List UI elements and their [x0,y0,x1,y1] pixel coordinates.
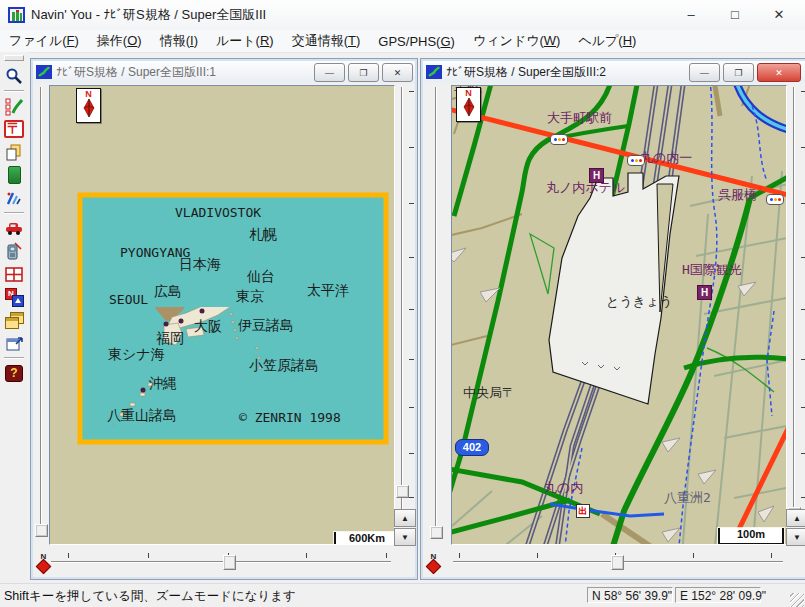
desktop: { "app": { "title": "Navin' You - ﾅﾋﾞ研S規… [0,0,805,607]
zoom-in-button[interactable]: ▲ [786,509,805,527]
window-controls: – □ ✕ [669,0,801,30]
menu-item[interactable]: ウィンドウ(W) [464,29,569,53]
app-icon [8,7,25,23]
zoom-out-button[interactable]: ▼ [394,528,416,546]
magnifier-icon [4,67,24,86]
help-button[interactable]: ? [2,362,26,384]
child-close-button[interactable]: ✕ [757,63,801,82]
zoom-out-button[interactable]: ▼ [786,528,805,546]
zoom-tool-button[interactable] [2,65,26,87]
child-minimize-button[interactable]: — [314,63,345,82]
map-document-icon [426,65,442,79]
map-label: © ZENRIN 1998 [239,411,341,424]
mobile-phone-button[interactable] [2,240,26,262]
map-label: 広島 [154,284,182,298]
zoom-slider-thumb[interactable] [396,485,409,498]
north-up-button[interactable]: N [2,286,26,308]
map-label: 呉服橋 [718,188,757,201]
tile-windows-button[interactable] [2,332,26,354]
map-label: 福岡 [156,331,184,345]
pan-slider-thumb[interactable] [223,555,236,570]
compass-indicator: N [76,88,101,123]
map1-viewport[interactable]: VLADIVOSTOKPYONGYANGSEOUL札幌日本海仙台太平洋広島東京大… [49,85,395,545]
pan-slider[interactable] [451,545,785,577]
map-window-1-title: ﾅﾋﾞ研S規格 / Super全国版III:1 [56,64,216,81]
tokyo-street-map [452,86,786,545]
post-office-button[interactable]: 〒 [2,118,26,140]
longitude-panel: E 152° 28' 09.9" [675,587,761,603]
rotation-slider[interactable] [423,83,449,543]
hotel-icon: H [589,168,604,183]
copy-pages-icon [4,143,24,162]
latitude-panel: N 58° 56' 39.9" [587,587,673,603]
map-window-1-body: N [33,83,415,577]
route-list-button[interactable] [2,95,26,117]
map-window-2-titlebar[interactable]: ﾅﾋﾞ研S規格 / Super全国版III:2 — ❐ ✕ [423,61,805,83]
copy-map-button[interactable] [2,141,26,163]
toolbar-grip[interactable] [4,55,24,61]
resize-grip[interactable] [790,593,804,607]
minimize-button[interactable]: – [669,0,713,28]
map-label: H国際観光 [682,263,742,276]
menu-item[interactable]: 交通情報(T) [283,29,370,53]
map-label: 大阪 [194,319,222,333]
car-position-button[interactable] [2,217,26,239]
maximize-button[interactable]: □ [713,0,757,28]
zoom-slider[interactable] [393,85,415,511]
zoom-slider[interactable] [785,85,805,511]
compass-n-label: N [465,89,472,98]
zoom-in-button[interactable]: ▲ [394,509,416,527]
child-close-button[interactable]: ✕ [382,63,413,82]
scale-change-button[interactable] [2,187,26,209]
rotation-slider-thumb[interactable] [430,526,443,539]
pan-slider[interactable] [49,545,393,577]
main-titlebar[interactable]: Navin' You - ﾅﾋﾞ研S規格 / Super全国版III – □ ✕ [0,0,805,30]
map-label: 日本海 [179,257,221,271]
map-label: 八重洲2 [664,491,711,504]
scale-indicator: 600Km [334,532,395,545]
menu-item[interactable]: ファイル(F) [0,29,88,53]
split-window-button[interactable] [2,263,26,285]
heading-up-icon [12,295,24,307]
map-label: 丸ノ内ホテル [546,181,625,194]
mobile-phone-icon [4,242,24,261]
map2-viewport[interactable]: 手町大手町駅前丸の内一呉服橋丸ノ内ホテルH国際観光とうきょう中央局〒丸の内八重洲… [451,85,787,545]
bookmark-button[interactable] [2,164,26,186]
map-label: VLADIVOSTOK [175,206,261,219]
traffic-light-icon [550,134,568,145]
rotation-slider[interactable] [33,83,48,543]
zoom-buttons: ▲ ▼ [394,509,414,547]
north-diamond-icon [426,558,442,574]
child-minimize-button[interactable]: — [689,63,720,82]
traffic-light-icon [766,194,784,205]
map-label: 東シナ海 [108,347,165,361]
statusbar: Shiftキーを押している間、ズームモードになります N 58° 56' 39.… [0,583,805,607]
map-label: とうきょう [606,295,673,308]
map-label: 沖縄 [149,376,177,390]
green-book-icon [8,166,21,184]
help-icon: ? [5,365,23,382]
rotation-slider-thumb[interactable] [35,524,48,537]
scale-change-icon [4,189,24,208]
child-restore-button[interactable]: ❐ [348,63,379,82]
map-window-2-body: N [423,83,805,577]
north-reset-button[interactable]: N [424,549,443,575]
status-message: Shiftキーを押している間、ズームモードになります [4,588,296,605]
japan-overview-map [50,86,394,544]
map-label: 札幌 [249,227,277,241]
map-window-2: ﾅﾋﾞ研S規格 / Super全国版III:2 — ❐ ✕ N [420,58,805,580]
window-title: Navin' You - ﾅﾋﾞ研S規格 / Super全国版III [31,6,266,24]
menu-item[interactable]: ヘルプ(H) [569,29,645,53]
menu-item[interactable]: 情報(I) [151,29,207,53]
pan-slider-thumb[interactable] [611,555,624,570]
split-window-icon [4,265,24,284]
close-button[interactable]: ✕ [757,0,801,28]
menu-item[interactable]: GPS/PHS(G) [369,31,464,52]
menu-item[interactable]: 操作(O) [88,29,151,53]
toolbar: 〒 [0,52,28,583]
child-restore-button[interactable]: ❐ [723,63,754,82]
cascade-windows-button[interactable] [2,309,26,331]
menu-item[interactable]: ルート(R) [207,29,283,53]
menubar: ファイル(F)操作(O)情報(I)ルート(R)交通情報(T)GPS/PHS(G)… [0,30,805,53]
map-window-1-titlebar[interactable]: ﾅﾋﾞ研S規格 / Super全国版III:1 — ❐ ✕ [33,61,415,83]
